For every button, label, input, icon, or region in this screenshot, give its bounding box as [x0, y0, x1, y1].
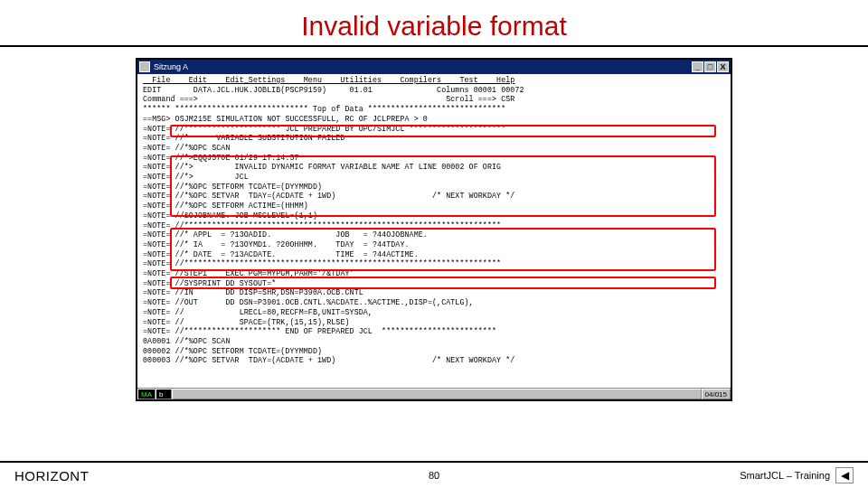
footer: HORIZONT 80 SmartJCL – Training ◀ — [0, 461, 868, 488]
minimize-button[interactable]: _ — [692, 61, 703, 72]
terminal-line: 000003 //*%OPC SETVAR TDAY=(ACDATE + 1WD… — [143, 356, 514, 364]
terminal-line: =NOTE= //********************* END OF PR… — [143, 327, 496, 335]
terminal-line: =NOTE= //*> INVALID DYNAMIC FORMAT VARIA… — [143, 163, 501, 171]
terminal-line: =NOTE= //SYSPRINT DD SYSOUT=* — [143, 279, 276, 287]
terminal-line: ==MSG> OSJM215E SIMULATION NOT SUCCESSFU… — [143, 115, 428, 123]
footer-page-number: 80 — [429, 470, 439, 481]
terminal-menubar[interactable]: File Edit Edit_Settings Menu Utilities C… — [143, 76, 514, 84]
terminal-line: =NOTE= //* VARIABLE SUBSTITUTION FAILED — [143, 134, 344, 142]
prev-slide-button[interactable]: ◀ — [835, 467, 854, 483]
terminal-line: EDIT DATA.JCL.HUK.JOBLIB(PSCP9159) 01.01… — [143, 86, 524, 94]
terminal-line — [143, 366, 147, 374]
status-position: 04/015 — [702, 389, 731, 399]
status-spacer — [172, 389, 702, 399]
terminal-line: =NOTE= //*%OPC SCAN — [143, 144, 231, 152]
arrow-left-icon: ◀ — [841, 469, 849, 482]
terminal-line: ****** ***************************** Top… — [143, 105, 505, 113]
terminal-line: 000002 //*%OPC SETFORM TCDATE=(DYYMMDD) — [143, 347, 322, 355]
status-b: b — [156, 389, 172, 399]
terminal-line: =NOTE= //*%OPC SETVAR TDAY=(ACDATE + 1WD… — [143, 192, 514, 200]
terminal-body: File Edit Edit_Settings Menu Utilities C… — [137, 74, 731, 388]
terminal-line: =NOTE= //*>EQQJ570E 01/29 17.14.57 — [143, 154, 299, 162]
terminal-line: =NOTE= //* DATE = ?13ACDATE. TIME = ?44A… — [143, 250, 419, 258]
terminal-line: =NOTE= //* APPL = ?13OADID. JOB = ?44OJO… — [143, 230, 428, 239]
terminal-line: =NOTE= //*> JCL — [143, 173, 249, 181]
terminal-line: =NOTE= //STEP1 EXEC PGM=MYPGM,PARM='/&TD… — [143, 269, 354, 277]
slide: Invalid variable format Sitzung A _ □ X … — [0, 0, 868, 488]
terminal-line: =NOTE= //*%OPC SETFORM TCDATE=(DYYMMDD) — [143, 183, 322, 191]
close-button[interactable]: X — [717, 61, 729, 72]
window-icon — [139, 61, 150, 72]
terminal-titlebar: Sitzung A _ □ X — [137, 60, 731, 74]
terminal-line: =NOTE= //*******************************… — [143, 221, 501, 230]
terminal-line: 0A0001 //*%OPC SCAN — [143, 337, 231, 345]
terminal-line: =NOTE= //*%OPC SETFORM ACTIME=(HHMM) — [143, 202, 308, 210]
terminal-window: Sitzung A _ □ X File Edit Edit_Settings … — [136, 58, 732, 401]
terminal-statusbar: MA b 04/015 — [137, 388, 731, 399]
terminal-line: =NOTE= // SPACE=(TRK,(15,15),RLSE) — [143, 318, 350, 326]
terminal-line: =NOTE= // LRECL=80,RECFM=FB,UNIT=SYSDA, — [143, 308, 373, 316]
terminal-line: =NOTE= //IN DD DISP=SHR,DSN=P390A.OCB.CN… — [143, 288, 363, 296]
terminal-line: Command ===> Scroll ===> CSR — [143, 95, 514, 103]
maximize-button[interactable]: □ — [704, 61, 716, 72]
status-ma: MA — [137, 389, 156, 399]
terminal-line: =NOTE= //* IA = ?13OYMD1. ?20OHHMM. TDAY… — [143, 240, 410, 249]
window-title: Sitzung A — [154, 62, 188, 71]
footer-title: SmartJCL – Training — [740, 470, 830, 481]
terminal-line: =NOTE= //OUT DD DSN=P3901.OCB.CNTL.%ACDA… — [143, 298, 474, 306]
terminal-line: =NOTE= //*******************************… — [143, 259, 501, 267]
title-divider — [0, 45, 868, 47]
terminal-line: =NOTE= //********************* JCL PREPA… — [143, 125, 505, 133]
footer-brand: HORIZONT — [14, 468, 89, 483]
slide-title: Invalid variable format — [0, 0, 868, 45]
terminal-line: =NOTE= //&OJOBNAME. JOB MSGLEVEL=(1,1) — [143, 211, 317, 220]
